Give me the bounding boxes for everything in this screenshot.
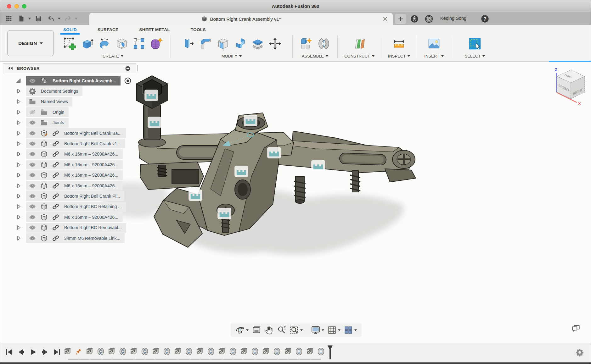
caret-down-icon[interactable] <box>75 18 78 19</box>
component-cube-icon[interactable] <box>40 150 48 158</box>
shell-tool-icon[interactable] <box>216 36 230 51</box>
pan-button[interactable] <box>264 325 274 335</box>
browser-item[interactable]: 34mm M6 Removable Link... <box>26 233 125 243</box>
visibility-eye-icon[interactable] <box>29 140 36 147</box>
timeline-insert-icon[interactable] <box>173 347 182 356</box>
component-cube-icon[interactable] <box>40 192 48 200</box>
hole-tool-icon[interactable] <box>114 36 129 51</box>
redo-button[interactable] <box>63 14 73 23</box>
select-tool-icon[interactable] <box>468 36 482 51</box>
grounded-component-icon[interactable] <box>40 130 48 137</box>
group-label-insert[interactable]: INSERT <box>424 54 443 58</box>
file-new-button[interactable] <box>16 14 27 23</box>
timeline-insert-icon[interactable] <box>284 347 292 356</box>
joint-glyph[interactable] <box>243 114 258 126</box>
collapsed-triangle-icon[interactable] <box>15 224 22 231</box>
document-tab[interactable]: Bottom Right Crank Assembly v1* <box>89 13 393 25</box>
group-label-construct[interactable]: CONSTRUCT <box>344 54 374 58</box>
linked-reference-icon[interactable] <box>52 224 59 231</box>
activate-component-radio[interactable] <box>124 77 132 85</box>
visibility-eye-icon[interactable] <box>29 119 36 126</box>
visibility-eye-icon[interactable] <box>29 171 36 179</box>
fillet-tool-icon[interactable] <box>198 36 213 51</box>
timeline-insert-icon[interactable] <box>217 347 226 356</box>
browser-item[interactable]: Origin <box>26 107 69 117</box>
collapsed-triangle-icon[interactable] <box>15 193 22 199</box>
component-cube-icon[interactable] <box>40 140 48 147</box>
caret-down-icon[interactable] <box>246 329 249 331</box>
linked-reference-icon[interactable] <box>52 203 59 210</box>
step-forward-button[interactable] <box>41 348 49 356</box>
workspace-selector-button[interactable]: DESIGN <box>7 30 54 56</box>
visibility-eye-icon[interactable] <box>29 77 36 85</box>
collapsed-triangle-icon[interactable] <box>15 141 22 147</box>
collapse-browser-icon[interactable] <box>7 65 14 71</box>
browser-resize-grip[interactable] <box>138 65 138 71</box>
combine-tool-icon[interactable] <box>233 36 248 51</box>
visibility-eye-icon[interactable] <box>29 224 36 231</box>
linked-reference-icon[interactable] <box>52 140 59 147</box>
press-pull-tool-icon[interactable] <box>181 36 196 51</box>
browser-item[interactable]: Named Views <box>26 97 72 107</box>
browser-item[interactable]: Joints <box>26 118 69 128</box>
visibility-eye-icon[interactable] <box>29 192 36 200</box>
tab-tools[interactable]: TOOLS <box>189 27 207 34</box>
component-cube-icon[interactable] <box>40 224 48 231</box>
folder-icon[interactable] <box>29 98 36 105</box>
folder-icon[interactable] <box>40 108 48 116</box>
timeline-pin-icon[interactable] <box>74 347 82 356</box>
timeline-joint-icon[interactable] <box>140 347 149 356</box>
tab-surface[interactable]: SURFACE <box>96 27 120 34</box>
joint-glyph[interactable] <box>147 116 162 128</box>
joint-glyph[interactable] <box>217 207 232 219</box>
play-button[interactable] <box>29 348 37 356</box>
timeline-joint-icon[interactable] <box>184 347 193 356</box>
component-cube-icon[interactable] <box>40 171 48 179</box>
group-label-inspect[interactable]: INSPECT <box>388 54 410 58</box>
tab-solid[interactable]: SOLID <box>62 27 78 34</box>
window-zoom-button[interactable] <box>290 325 303 335</box>
create-sketch-tool-icon[interactable] <box>62 36 77 51</box>
browser-item[interactable]: M6 x 16mm – 92000A426... <box>26 149 123 159</box>
fullscreen-button[interactable] <box>22 4 26 8</box>
caret-down-icon[interactable] <box>300 329 303 331</box>
folder-icon[interactable] <box>40 119 48 126</box>
collapsed-triangle-icon[interactable] <box>15 172 22 178</box>
component-cube-icon[interactable] <box>40 234 48 242</box>
browser-item[interactable]: Document Settings <box>26 86 82 96</box>
visibility-off-icon[interactable] <box>29 108 36 116</box>
collapsed-triangle-icon[interactable] <box>15 88 22 94</box>
3d-viewport[interactable]: BROWSER Bottom Right Crank Assemb...Docu… <box>0 62 591 344</box>
joint-glyph[interactable] <box>234 165 249 177</box>
visibility-eye-icon[interactable] <box>29 161 36 168</box>
zoom-button[interactable] <box>277 325 286 335</box>
undo-button[interactable] <box>46 14 56 23</box>
timeline-insert-icon[interactable] <box>129 347 138 356</box>
extrude-tool-icon[interactable] <box>80 36 94 51</box>
go-to-start-button[interactable] <box>5 348 14 356</box>
orbit-button[interactable] <box>235 325 249 335</box>
collapsed-triangle-icon[interactable] <box>15 119 22 126</box>
job-status-clock-icon[interactable] <box>425 14 433 23</box>
timeline-joint-icon[interactable] <box>295 347 303 356</box>
group-label-assemble[interactable]: ASSEMBLE <box>302 54 328 58</box>
visibility-eye-icon[interactable] <box>29 234 36 242</box>
pattern-tool-icon[interactable] <box>132 36 146 51</box>
close-button[interactable] <box>7 4 11 8</box>
caret-down-icon[interactable] <box>338 329 341 331</box>
construction-plane-tool-icon[interactable] <box>352 36 367 51</box>
browser-panel-header[interactable]: BROWSER <box>3 63 136 73</box>
caret-down-icon[interactable] <box>28 18 31 19</box>
caret-down-icon[interactable] <box>58 18 61 19</box>
timeline-joint-icon[interactable] <box>118 347 127 356</box>
collapsed-triangle-icon[interactable] <box>15 98 22 105</box>
group-label-modify[interactable]: MODIFY <box>222 54 242 58</box>
display-settings-button[interactable] <box>311 325 324 335</box>
browser-item[interactable]: Bottom Right BC Removabl... <box>26 223 126 233</box>
collapsed-triangle-icon[interactable] <box>15 151 22 157</box>
tab-sheet-metal[interactable]: SHEET METAL <box>138 27 171 34</box>
timeline-playhead[interactable] <box>327 345 333 360</box>
visibility-eye-icon[interactable] <box>29 130 36 137</box>
browser-display-mode-icon[interactable] <box>125 65 131 72</box>
visibility-eye-icon[interactable] <box>29 150 36 158</box>
